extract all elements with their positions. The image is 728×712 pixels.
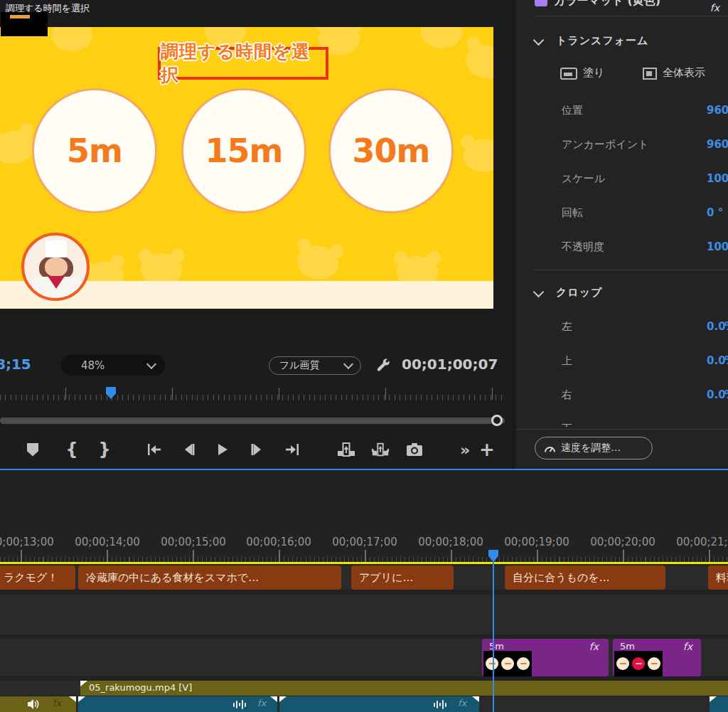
property-value[interactable]: 960 <box>707 104 728 117</box>
button-editor-more[interactable]: » <box>456 439 474 460</box>
time-buttons-clip[interactable]: 5m fx <box>482 639 609 676</box>
fade-handle[interactable] <box>80 681 87 686</box>
fill-fit-row: 塗り 全体表示 <box>516 66 728 82</box>
ruler-label: 00;00;15;00 <box>161 536 226 548</box>
fade-handle[interactable] <box>69 696 76 702</box>
audio-clip[interactable]: fx <box>78 696 277 712</box>
fade-handle[interactable] <box>472 696 479 702</box>
time-option-5m: 5m <box>32 88 157 213</box>
mascot-pattern <box>294 243 341 282</box>
video-title-banner: 調理する時間を選択 <box>158 47 328 80</box>
caption-clip[interactable]: 料理 <box>708 565 728 590</box>
adjust-speed-label: 速度を調整… <box>561 442 621 455</box>
timeline-ruler[interactable] <box>0 550 728 562</box>
fx-badge[interactable]: fx <box>257 698 266 708</box>
video-clip[interactable]: 05_rakumogu.mp4 [V] <box>80 681 728 696</box>
fx-badge[interactable]: fx <box>710 2 719 14</box>
sequence-timecode: 00;01;00;07 <box>402 356 498 373</box>
clip-thumbnail <box>1 12 48 36</box>
mark-in-button[interactable]: { <box>63 439 81 460</box>
fit-all-icon[interactable] <box>643 68 657 80</box>
caption-clip[interactable]: 冷蔵庫の中にある食材をスマホで… <box>78 565 341 590</box>
fx-badge[interactable]: fx <box>53 698 61 708</box>
program-monitor-video: 調理する時間を選択 5m 15m 30m <box>0 27 493 309</box>
go-to-in-button[interactable] <box>145 439 164 460</box>
ruler-label: 00;00;17;00 <box>332 536 397 548</box>
marker-icon <box>27 443 38 457</box>
step-forward-button[interactable] <box>247 439 266 460</box>
property-value[interactable]: 960 <box>707 138 728 151</box>
caption-clip[interactable]: アプリに… <box>351 565 454 590</box>
property-value[interactable]: 0.0 <box>707 354 726 367</box>
effect-controls-panel: カラーマット (黄色) トランスフォーム 塗り 全体表示 位置 960 アンカー… <box>516 0 728 469</box>
speaker-icon <box>27 699 39 709</box>
divider <box>535 270 728 270</box>
extract-button[interactable] <box>371 439 390 460</box>
settings-wrench-button[interactable] <box>375 357 392 377</box>
zoom-level-value: 48% <box>81 359 105 372</box>
monitor-mini-timeline[interactable] <box>0 388 505 400</box>
fade-handle[interactable] <box>279 696 287 702</box>
export-frame-button[interactable] <box>405 439 424 460</box>
ruler-label: 00;00;13;00 <box>0 536 54 548</box>
chef-hat <box>46 240 67 257</box>
fx-badge[interactable]: fx <box>683 641 692 652</box>
property-unit: % <box>724 388 728 401</box>
lift-button[interactable] <box>337 439 355 460</box>
clip-thumbnail <box>614 651 663 676</box>
audio-clip[interactable]: fx <box>0 696 76 712</box>
transform-section-header[interactable]: トランスフォーム <box>556 34 648 48</box>
thumb-circle <box>616 657 629 670</box>
fx-badge[interactable]: fx <box>589 641 599 652</box>
fade-handle[interactable] <box>78 696 85 702</box>
fill-label[interactable]: 塗り <box>583 66 604 80</box>
audio-clip[interactable]: fx <box>279 696 479 712</box>
property-row-crop-bottom-partial: 下 <box>516 422 728 427</box>
go-to-out-icon <box>284 442 301 457</box>
divider <box>516 429 728 430</box>
fx-badge[interactable]: fx <box>458 698 466 708</box>
property-label: 右 <box>562 388 572 402</box>
plus-icon: + <box>479 439 495 460</box>
playback-quality-select[interactable]: フル画質 <box>269 356 361 375</box>
property-unit: % <box>724 354 728 367</box>
property-value[interactable]: 100 <box>707 172 728 185</box>
quality-value: フル画質 <box>279 359 320 372</box>
adjust-speed-button[interactable]: 速度を調整… <box>535 437 653 459</box>
zoom-level-select[interactable]: 48% <box>61 355 165 376</box>
video-title-text: 調理する時間を選択 <box>161 40 326 87</box>
property-value[interactable]: 100 <box>707 240 728 253</box>
property-label: 左 <box>562 320 572 334</box>
audio-clip[interactable] <box>710 696 728 712</box>
step-back-button[interactable] <box>180 439 198 460</box>
fit-all-label[interactable]: 全体表示 <box>663 66 705 80</box>
scrollbar-knob[interactable] <box>491 415 503 426</box>
property-value[interactable]: 0.0 <box>707 320 726 333</box>
property-value[interactable]: 0.0 <box>707 388 726 401</box>
add-button[interactable]: + <box>478 439 496 460</box>
fill-icon[interactable] <box>560 68 577 80</box>
caption-clip[interactable]: ラクモグ！ <box>0 565 75 590</box>
clip-label: 5m <box>489 641 504 652</box>
time-buttons-clip[interactable]: 5m fx <box>613 639 701 676</box>
thumb-circle <box>486 657 498 670</box>
current-timecode[interactable]: 8;15 <box>0 356 31 373</box>
fade-handle[interactable] <box>270 696 277 702</box>
mark-out-icon: } <box>98 440 110 459</box>
thumb-circle <box>517 657 530 670</box>
play-button[interactable] <box>213 439 232 460</box>
go-to-out-button[interactable] <box>283 439 301 460</box>
monitor-scrollbar[interactable] <box>0 418 505 424</box>
fade-handle[interactable] <box>710 696 717 702</box>
property-unit: % <box>724 320 728 333</box>
chevron-down-icon[interactable] <box>533 35 545 46</box>
crop-section-header[interactable]: クロップ <box>556 286 602 299</box>
add-marker-button[interactable] <box>23 439 42 460</box>
caption-clip[interactable]: 自分に合うものを… <box>505 565 665 590</box>
chevron-down-icon[interactable] <box>533 287 545 298</box>
thumbnail-title-strip <box>10 15 30 18</box>
step-back-icon <box>182 442 196 457</box>
property-value[interactable]: 0 ° <box>707 206 723 219</box>
ruler-label: 00;00;19;00 <box>504 536 569 548</box>
mark-out-button[interactable]: } <box>95 439 114 460</box>
